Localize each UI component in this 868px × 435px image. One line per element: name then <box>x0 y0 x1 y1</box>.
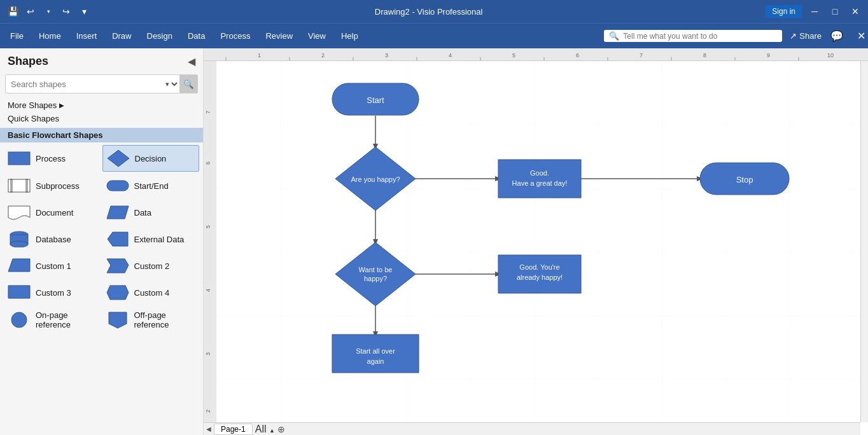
more-shapes-link[interactable]: More Shapes ▶ <box>0 99 203 112</box>
share-button[interactable]: ↗ Share <box>790 31 822 41</box>
redo-icon[interactable]: ↪ <box>59 4 74 19</box>
svg-text:Are you happy?: Are you happy? <box>351 176 400 183</box>
undo-icon[interactable]: ↩ <box>23 4 38 19</box>
svg-text:2: 2 <box>321 52 325 59</box>
svg-text:4: 4 <box>449 52 452 59</box>
shape-grid: Process Decision <box>0 142 203 336</box>
svg-rect-0 <box>8 152 30 165</box>
more-shapes-arrow-icon: ▶ <box>59 102 64 109</box>
menu-insert[interactable]: Insert <box>69 27 105 45</box>
menu-design[interactable]: Design <box>139 27 180 45</box>
shape-search-input[interactable] <box>6 76 163 92</box>
svg-text:7: 7 <box>640 52 643 59</box>
custom2-icon <box>106 257 129 275</box>
scrollbar-right[interactable] <box>860 61 868 422</box>
process-icon <box>8 149 31 167</box>
data-svg <box>106 205 129 220</box>
svg-text:6: 6 <box>576 52 579 59</box>
undo-dropdown-icon[interactable]: ▾ <box>41 4 56 19</box>
ruler-left: 7 6 5 4 3 2 <box>204 61 216 422</box>
menu-review[interactable]: Review <box>258 27 300 45</box>
menu-data[interactable]: Data <box>180 27 213 45</box>
shape-item-externaldata[interactable]: External Data <box>102 226 200 252</box>
shape-item-process[interactable]: Process <box>4 145 101 172</box>
more-icon[interactable]: ▾ <box>76 4 92 19</box>
subprocess-icon <box>8 177 31 195</box>
search-button[interactable]: 🔍 <box>179 75 197 93</box>
document-svg <box>8 205 31 220</box>
tell-me-input[interactable] <box>623 32 763 41</box>
decision-svg <box>107 149 130 167</box>
add-page-button[interactable]: ⊕ <box>277 424 285 434</box>
custom1-svg <box>8 258 31 274</box>
svg-text:Want to be: Want to be <box>359 266 393 273</box>
menu-view[interactable]: View <box>300 27 333 45</box>
svg-text:3: 3 <box>205 352 211 356</box>
svg-text:6: 6 <box>205 162 211 165</box>
shape-item-data[interactable]: Data <box>102 200 200 225</box>
svg-rect-45 <box>216 61 860 422</box>
ruler-top: 1 2 3 4 5 6 7 8 9 10 <box>204 48 868 61</box>
svg-text:5: 5 <box>205 225 211 228</box>
offpage-svg <box>106 311 129 329</box>
shape-item-startend[interactable]: Start/End <box>102 173 200 198</box>
save-icon[interactable]: 💾 <box>5 4 20 19</box>
share-icon: ↗ <box>790 31 797 41</box>
onpage-svg <box>8 311 31 329</box>
menu-help[interactable]: Help <box>333 27 366 45</box>
svg-text:1: 1 <box>258 52 261 59</box>
svg-rect-5 <box>107 181 129 191</box>
svg-text:3: 3 <box>385 52 388 59</box>
shape-item-offpage[interactable]: Off-page reference <box>102 307 200 333</box>
database-svg <box>8 231 31 247</box>
comment-icon[interactable]: 💬 <box>829 29 844 44</box>
restore-icon[interactable]: □ <box>827 4 843 19</box>
menu-process[interactable]: Process <box>213 27 258 45</box>
scroll-pages-left-icon[interactable]: ◀ <box>206 425 211 432</box>
search-magnifier-icon: 🔍 <box>609 31 619 41</box>
minimize-icon[interactable]: ─ <box>807 4 822 19</box>
title-bar-right: Sign in ─ □ ✕ <box>766 4 863 19</box>
flowchart-svg: Start Are you happy? Good. Have a great … <box>216 61 860 422</box>
svg-rect-2 <box>8 179 30 192</box>
shape-item-onpage[interactable]: On-page reference <box>4 307 101 333</box>
canvas-area[interactable]: 1 2 3 4 5 6 7 8 9 10 <box>204 48 868 435</box>
all-pages-tab[interactable]: All ▲ <box>255 424 275 435</box>
svg-text:10: 10 <box>827 52 834 59</box>
quick-shapes-link[interactable]: Quick Shapes <box>0 112 203 125</box>
close-menu-icon[interactable]: ✕ <box>857 30 865 42</box>
search-dropdown[interactable]: ▾ <box>163 79 179 88</box>
offpage-icon <box>106 311 129 329</box>
svg-text:5: 5 <box>512 52 515 59</box>
custom2-svg <box>106 258 129 274</box>
title-bar-left: 💾 ↩ ▾ ↪ ▾ <box>5 4 92 19</box>
close-window-icon[interactable]: ✕ <box>848 4 863 19</box>
svg-point-15 <box>11 312 27 328</box>
shape-item-subprocess[interactable]: Subprocess <box>4 173 101 198</box>
svg-point-9 <box>10 241 28 247</box>
shape-item-document[interactable]: Document <box>4 200 101 225</box>
shape-item-database[interactable]: Database <box>4 226 101 252</box>
menu-home[interactable]: Home <box>31 27 69 45</box>
svg-text:Stop: Stop <box>736 175 753 184</box>
ruler-left-svg: 7 6 5 4 3 2 <box>204 61 216 422</box>
collapse-panel-button[interactable]: ◀ <box>188 55 195 67</box>
menu-file[interactable]: File <box>3 27 31 45</box>
share-area: ↗ Share 💬 ✕ <box>790 29 865 44</box>
shape-item-custom4[interactable]: Custom 4 <box>102 280 200 305</box>
svg-text:9: 9 <box>767 52 770 59</box>
svg-text:Good. You're: Good. You're <box>519 263 559 271</box>
menu-draw[interactable]: Draw <box>104 27 139 45</box>
page-1-tab[interactable]: Page-1 <box>214 424 253 435</box>
svg-marker-10 <box>108 232 128 246</box>
shape-item-custom3[interactable]: Custom 3 <box>4 280 101 305</box>
shape-item-custom2[interactable]: Custom 2 <box>102 253 200 279</box>
shape-item-custom1[interactable]: Custom 1 <box>4 253 101 279</box>
shape-item-decision[interactable]: Decision <box>102 145 200 172</box>
ruler-top-svg: 1 2 3 4 5 6 7 8 9 10 <box>204 48 868 61</box>
svg-text:already happy!: already happy! <box>517 273 563 281</box>
svg-text:Have a great day!: Have a great day! <box>512 179 568 187</box>
sidebar-header: Shapes ◀ <box>0 48 203 72</box>
svg-text:Start: Start <box>367 95 384 105</box>
sign-in-button[interactable]: Sign in <box>766 5 802 18</box>
